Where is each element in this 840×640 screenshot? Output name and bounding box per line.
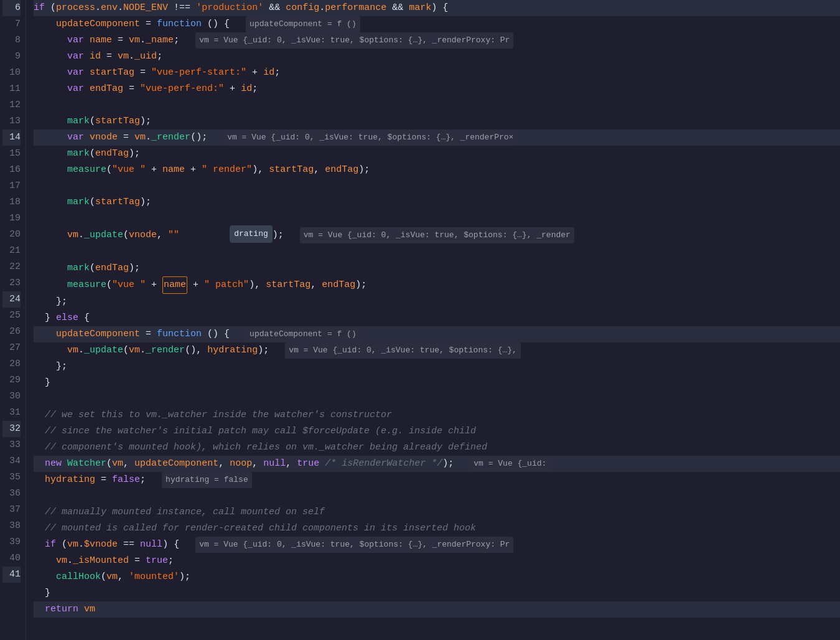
code-content[interactable]: if (process.env.NODE_ENV !== 'production… [26, 0, 840, 640]
code-line-10: var startTag = "vue-perf-start:" + id; [34, 65, 840, 81]
code-line-9: var id = vm._uid; [34, 49, 840, 65]
line-num-38: 38 [2, 518, 21, 534]
code-line-16: measure("vue " + name + " render"), star… [34, 162, 840, 178]
code-line-27: } [34, 375, 840, 391]
line-num-13: 13 [2, 113, 21, 129]
line-num-18: 18 [2, 194, 21, 210]
line-numbers: 6 7 8 9 10 11 12 13 14 15 16 17 18 19 20… [0, 0, 26, 640]
code-line-35: // manually mounted instance, call mount… [34, 504, 840, 520]
code-line-23: } else { [34, 310, 840, 326]
line-num-7: 7 [2, 16, 21, 32]
line-num-25: 25 [2, 308, 21, 324]
code-line-6: if (process.env.NODE_ENV !== 'production… [34, 0, 840, 16]
line-num-10: 10 [2, 65, 21, 81]
line-num-14: 14 [2, 129, 21, 146]
line-num-16: 16 [2, 162, 21, 178]
line-num-37: 37 [2, 502, 21, 518]
line-num-33: 33 [2, 437, 21, 453]
line-num-41: 41 [2, 567, 21, 583]
code-line-8: var name = vm._name; vm = Vue {_uid: 0, … [34, 32, 840, 49]
code-line-13: mark(startTag); [34, 113, 840, 129]
code-editor: 6 7 8 9 10 11 12 13 14 15 16 17 18 19 20… [0, 0, 840, 640]
code-line-30: // since the watcher's initial patch may… [34, 423, 840, 440]
line-num-29: 29 [2, 372, 21, 388]
code-line-11: var endTag = "vue-perf-end:" + id; [34, 81, 840, 97]
line-num-19: 19 [2, 210, 21, 227]
line-num-30: 30 [2, 388, 21, 405]
line-num-28: 28 [2, 356, 21, 372]
code-line-37: if (vm.$vnode == null) { vm = Vue {_uid:… [34, 537, 840, 553]
code-line-20: mark(endTag); [34, 260, 840, 276]
line-num-36: 36 [2, 486, 21, 502]
code-line-41: return vm [34, 601, 840, 618]
code-line-18: mark(startTag); [34, 194, 840, 210]
code-line-24: updateComponent = function () { updateCo… [34, 326, 840, 342]
code-line-36: // mounted is called for render-created … [34, 520, 840, 537]
code-line-26: }; [34, 359, 840, 375]
line-num-26: 26 [2, 324, 21, 340]
line-num-11: 11 [2, 81, 21, 97]
code-line-40: } [34, 585, 840, 601]
code-line-7: updateComponent = function () { updateCo… [34, 16, 840, 32]
code-line-15: mark(endTag); [34, 146, 840, 162]
code-line-22: }; [34, 294, 840, 310]
line-num-34: 34 [2, 453, 21, 469]
code-line-19: vm._update(vnode, "" drating ); vm = Vue… [34, 210, 840, 260]
code-line-34 [34, 488, 840, 504]
line-num-40: 40 [2, 550, 21, 567]
line-num-6: 6 [2, 0, 21, 16]
code-line-17 [34, 178, 840, 194]
code-line-32: new Watcher(vm, updateComponent, noop, n… [34, 456, 840, 472]
code-line-14: var vnode = vm._render(); vm = Vue {_uid… [34, 129, 840, 146]
line-num-12: 12 [2, 97, 21, 113]
line-num-17: 17 [2, 178, 21, 194]
line-num-20: 20 [2, 227, 21, 243]
line-num-15: 15 [2, 146, 21, 162]
line-num-23: 23 [2, 275, 21, 291]
code-line-38: vm._isMounted = true; [34, 553, 840, 569]
line-num-32: 32 [2, 421, 21, 437]
code-line-39: callHook(vm, 'mounted'); [34, 569, 840, 585]
line-num-27: 27 [2, 340, 21, 356]
code-line-21: measure("vue " + name + " patch"), start… [34, 276, 840, 294]
code-line-28 [34, 391, 840, 407]
line-num-9: 9 [2, 49, 21, 65]
line-num-31: 31 [2, 405, 21, 421]
line-num-21: 21 [2, 243, 21, 259]
line-num-22: 22 [2, 259, 21, 275]
code-line-33: hydrating = false; hydrating = false [34, 472, 840, 488]
code-line-29: // we set this to vm._watcher inside the… [34, 407, 840, 423]
line-num-35: 35 [2, 469, 21, 486]
code-line-12 [34, 97, 840, 113]
line-num-39: 39 [2, 534, 21, 550]
code-line-25: vm._update(vm._render(), hydrating); vm … [34, 342, 840, 359]
line-num-24: 24 [2, 291, 21, 308]
line-num-8: 8 [2, 32, 21, 49]
code-line-31: // component's mounted hook), which reli… [34, 440, 840, 456]
